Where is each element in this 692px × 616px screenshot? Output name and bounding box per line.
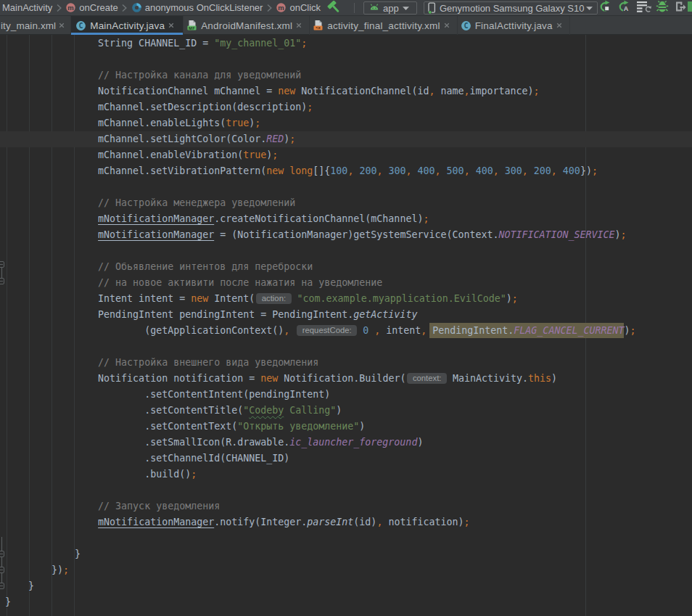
code-line: } xyxy=(0,578,692,594)
debug-icon xyxy=(656,0,669,16)
code-token: 400 xyxy=(418,165,435,176)
code-line: }); xyxy=(0,562,692,578)
attach-debugger-button[interactable] xyxy=(673,1,686,15)
parameter-hint: action: xyxy=(256,293,291,304)
code-token xyxy=(412,165,418,176)
dropdown-arrow-icon xyxy=(585,6,593,11)
code-token: FLAG_CANCEL_CURRENT xyxy=(514,325,624,336)
editor-tab-MainActivity.java[interactable]: CMainActivity.java xyxy=(71,16,184,35)
device-icon xyxy=(427,2,437,14)
code-token: }) xyxy=(5,564,63,575)
code-line xyxy=(0,530,692,546)
code-line: // Настройка канала для уведомлений xyxy=(0,67,692,83)
breadcrumb-item[interactable]: monCreate xyxy=(65,2,118,13)
list-refresh-button[interactable] xyxy=(636,1,652,15)
chevron-icon xyxy=(122,4,127,12)
code-line: // Обьявление интентов для переброски xyxy=(0,259,692,275)
code-token: 500 xyxy=(447,165,464,176)
code-token: 200 xyxy=(534,165,551,176)
code-token: Intent( xyxy=(208,293,255,304)
fold-marker[interactable] xyxy=(0,278,4,284)
code-line: .setSmallIcon(R.drawable.ic_launcher_for… xyxy=(0,435,692,451)
close-icon[interactable] xyxy=(296,22,302,28)
code-token: mNotificationManager xyxy=(98,517,214,527)
code-token: mChannel.enableLights( xyxy=(5,118,226,128)
fold-marker[interactable] xyxy=(0,551,4,557)
close-icon[interactable] xyxy=(59,22,65,28)
apply-changes-restart-button[interactable] xyxy=(598,1,611,15)
code-token: // Настройка менеджера уведомлений xyxy=(5,197,295,208)
code-token: getActivity xyxy=(353,309,417,320)
code-token: new xyxy=(260,373,278,384)
code-token xyxy=(441,165,447,176)
code-token: ; xyxy=(272,149,278,160)
code-token: NotificationChannel(id xyxy=(295,86,429,96)
code-token: }) xyxy=(580,165,592,176)
code-line: // Настройка внешнего вида уведомления xyxy=(0,355,692,371)
close-icon[interactable] xyxy=(556,22,562,28)
code-token: mNotificationManager xyxy=(98,213,214,224)
run-configuration-select[interactable]: app xyxy=(363,1,417,15)
code-line: mNotificationManager.createNotificationC… xyxy=(0,211,692,227)
code-token: , xyxy=(522,165,528,176)
code-token: // Настройка канала для уведомлений xyxy=(5,70,301,81)
method-icon: m xyxy=(276,2,287,13)
code-token: , xyxy=(374,325,380,336)
editor-tab-ity_main.xml[interactable]: ity_main.xml xyxy=(0,16,71,35)
code-token: ; xyxy=(621,229,627,240)
code-token: , xyxy=(435,165,441,176)
breadcrumb-item[interactable]: anonymous OnClickListener xyxy=(131,2,263,13)
code-token: .notify(Integer. xyxy=(214,517,307,527)
code-token: Codeby xyxy=(249,405,284,416)
code-token: PendingIntent pendingIntent = PendingInt… xyxy=(5,309,353,320)
code-token: Notification.Builder( xyxy=(278,373,405,384)
code-line: } xyxy=(0,546,692,562)
code-line: mChannel.setDescription(description); xyxy=(0,99,692,115)
manifest-file-icon: MF xyxy=(186,20,197,31)
cropped-toolbar-icon xyxy=(688,1,692,12)
code-token: 300 xyxy=(505,165,522,176)
code-token: ; xyxy=(255,118,260,128)
close-icon[interactable] xyxy=(168,22,174,28)
breadcrumb-label: onClick xyxy=(289,2,321,13)
fold-marker[interactable] xyxy=(0,583,4,589)
code-line: // Настройка менеджера уведомлений xyxy=(0,195,692,211)
code-token xyxy=(499,165,505,176)
close-icon[interactable] xyxy=(444,22,450,28)
svg-text:A: A xyxy=(624,5,629,12)
code-line: .setContentTitle("Codeby Calling") xyxy=(0,403,692,419)
tab-label: FinalActtivity.java xyxy=(475,20,553,31)
fold-marker[interactable] xyxy=(0,261,4,268)
breadcrumb-item[interactable]: monClick xyxy=(276,2,321,13)
code-token: "Открыть уведомление" xyxy=(237,421,359,432)
code-token: true xyxy=(243,149,266,160)
code-line: (getApplicationContext(), requestCode: 0… xyxy=(0,323,692,339)
debug-button[interactable] xyxy=(656,1,669,15)
tab-label: AndroidManifest.xml xyxy=(201,20,292,31)
code-line: mChannel.enableVibration(true); xyxy=(0,147,692,163)
svg-text:<x: <x xyxy=(316,25,321,30)
code-editor[interactable]: String CHANNEL_ID = "my_channel_01"; // … xyxy=(0,35,692,616)
code-line: .setContentIntent(pendingIntent) xyxy=(0,387,692,403)
code-token xyxy=(368,325,374,336)
apply-code-changes-button[interactable]: A xyxy=(617,1,630,15)
breadcrumb-item[interactable]: MainActivity xyxy=(2,2,52,13)
code-token: ; xyxy=(63,564,69,575)
code-token: ; xyxy=(534,86,540,96)
code-line: NotificationChannel mChannel = new Notif… xyxy=(0,83,692,99)
code-token: NotificationChannel mChannel = xyxy=(5,86,278,96)
editor-tab-AndroidManifest.xml[interactable]: MFAndroidManifest.xml xyxy=(184,16,310,35)
fold-marker[interactable] xyxy=(0,567,4,573)
device-select[interactable]: Genymotion Samsung Galaxy S10 xyxy=(424,1,598,15)
tab-label: activity_final_acttivity.xml xyxy=(327,20,440,31)
code-token: (id) xyxy=(353,517,376,527)
editor-tab-activity_final_acttivity.xml[interactable]: <xactivity_final_acttivity.xml xyxy=(310,16,457,35)
code-token: , xyxy=(464,165,470,176)
code-token: intent xyxy=(380,325,421,336)
editor-tab-FinalActtivity.java[interactable]: CFinalActtivity.java xyxy=(458,16,570,35)
code-token: mChannel.setVibrationPattern( xyxy=(5,165,266,176)
code-token: ) xyxy=(336,405,342,416)
dropdown-arrow-icon xyxy=(402,6,410,11)
code-token: ; xyxy=(307,102,313,112)
code-token: // Настройка внешнего вида уведомления xyxy=(5,357,318,368)
